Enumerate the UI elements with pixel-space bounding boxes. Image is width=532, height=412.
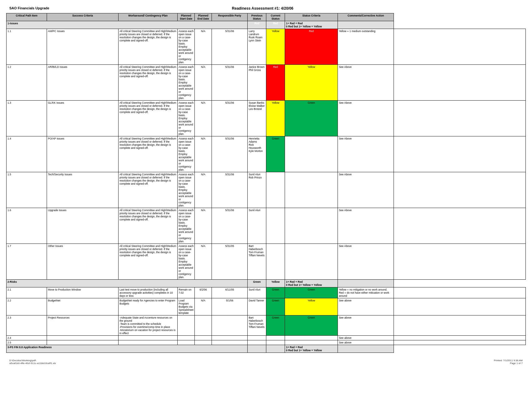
- item-start: N/A: [195, 65, 212, 101]
- item-critical: Project Resources: [47, 315, 119, 336]
- table-row: 2.2BudgetNetBudgetNet ready for Agencies…: [7, 298, 526, 315]
- item-success: All critical Steering Committee and High…: [119, 65, 178, 101]
- item-num: 1.3: [7, 101, 47, 136]
- item-start: 6/2/06: [195, 287, 212, 298]
- page-header: SAO Financials Upgrade Readiness Assessm…: [6, 6, 526, 11]
- section-curr-status: Yellow: [266, 280, 285, 287]
- item-workaround: [178, 336, 195, 340]
- col-end-date: Planned End Date: [195, 13, 212, 21]
- table-row: 1.1AM/PC IssuesAll critical Steering Com…: [7, 29, 526, 65]
- item-critical: Move to Production Window: [47, 287, 119, 298]
- footer-left: D:\Docstoc\Working\pdf\ a5caf1b0-4ffe-40…: [9, 359, 56, 365]
- item-prev-status: Yellow: [266, 29, 285, 65]
- item-success: All critical Steering Committee and High…: [119, 29, 178, 65]
- item-end: 6/11/05: [212, 287, 248, 298]
- section-comments: [338, 21, 394, 29]
- item-num: 1.5: [7, 172, 47, 208]
- item-curr-status: [285, 244, 338, 280]
- item-responsible: [248, 340, 266, 345]
- table-row: 1.3GL/KK IssuesAll critical Steering Com…: [7, 101, 526, 136]
- item-workaround: Assess each open issue on a case-by-case…: [178, 208, 195, 244]
- item-end: 5/31/06: [212, 29, 248, 65]
- section-comments: [338, 280, 394, 287]
- item-start: N/A: [195, 172, 212, 208]
- section-label: 2-Risks: [7, 280, 248, 287]
- table-row: 2.4See above: [7, 336, 526, 340]
- item-curr-status: Green: [285, 287, 338, 298]
- section-status-criteria: 1+ Red = Red 0 Red but 1+ Yellow = Yello…: [285, 280, 338, 287]
- item-end: 5/31/06: [212, 101, 248, 136]
- col-critical-path: Critical Path Item: [7, 13, 47, 21]
- item-critical: AR/BI/LD Issues: [47, 65, 119, 101]
- item-workaround: Assess each open issue on a case-by-case…: [178, 29, 195, 65]
- table-row: 2.3Project Resources-Adequate State and …: [7, 315, 526, 336]
- item-prev-status: Yellow: [266, 101, 285, 136]
- item-responsible: Bart Haberbosch Tom Fruman Tiffani Nevel…: [248, 315, 266, 336]
- org-title: SAO Financials Upgrade: [9, 6, 49, 10]
- item-success: All critical Steering Committee and High…: [119, 172, 178, 208]
- item-responsible: [248, 336, 266, 340]
- page-footer: D:\Docstoc\Working\pdf\ a5caf1b0-4ffe-40…: [6, 359, 526, 365]
- item-num: 1.7: [7, 244, 47, 280]
- item-success: [119, 336, 178, 340]
- item-start: [195, 340, 212, 345]
- section-row: 2-RisksGreenYellow1+ Red = Red 0 Red but…: [7, 280, 526, 287]
- item-status-criteria: Yellow = no mitigation or no work around…: [338, 287, 394, 298]
- item-end: 5/31/05: [212, 244, 248, 280]
- page-title: Readiness Assessment #1: 4/20/06: [49, 6, 476, 11]
- item-responsible: Susan Banks Eloise Walker Les Brotzel: [248, 101, 266, 136]
- item-num: 1.1: [7, 29, 47, 65]
- item-workaround: Assess each open issue on a case-by-case…: [178, 101, 195, 136]
- item-status-criteria: See Above: [338, 136, 394, 172]
- item-status-criteria: See above: [338, 315, 394, 336]
- item-end: 5/31/06: [212, 172, 248, 208]
- item-comments: [394, 136, 526, 172]
- column-headers: Critical Path Item Success Criteria Work…: [7, 13, 526, 21]
- item-success: All critical Steering Committee and High…: [119, 244, 178, 280]
- item-success: All critical Steering Committee and High…: [119, 101, 178, 136]
- item-success: BudgetNet ready for Agencies to enter Pr…: [119, 298, 178, 315]
- item-critical: Tech/Security Issues: [47, 172, 119, 208]
- item-responsible: Sunil Aluri Rob Prinzo: [248, 172, 266, 208]
- item-prev-status: Green: [266, 136, 285, 172]
- item-comments: [394, 172, 526, 208]
- col-prev-status: Previous Status: [248, 13, 266, 21]
- item-start: N/A: [195, 136, 212, 172]
- table-row: 1.2AR/BI/LD IssuesAll critical Steering …: [7, 65, 526, 101]
- item-success: All critical Steering Committee and High…: [119, 208, 178, 244]
- item-comments: [394, 336, 526, 340]
- item-workaround: Load Program Budgets via Spreadsheet tem…: [178, 298, 195, 315]
- section-prev-status: Red: [248, 21, 266, 29]
- item-workaround: Remain on 7.02: [178, 287, 195, 298]
- item-curr-status: [285, 172, 338, 208]
- item-responsible: Larry Landrum Rusk Roam Lynn Stein: [248, 29, 266, 65]
- item-curr-status: Green: [285, 315, 338, 336]
- section-curr-status: Red: [266, 21, 285, 29]
- item-status-criteria: See Above: [338, 65, 394, 101]
- item-workaround: Assess each open issue on a case-by-case…: [178, 172, 195, 208]
- table-row: 2.1Move to Production WindowLast test mo…: [7, 287, 526, 298]
- item-status-criteria: See Above: [338, 208, 394, 244]
- item-num: 2.4: [7, 336, 47, 340]
- item-end: 5/31/06: [212, 208, 248, 244]
- item-status-criteria: See Above: [338, 172, 394, 208]
- item-status-criteria: See above: [338, 298, 394, 315]
- item-comments: [394, 65, 526, 101]
- item-workaround: Assess each open issue on a case-by-case…: [178, 65, 195, 101]
- col-responsible: Responsible Party: [212, 13, 248, 21]
- item-responsible: Janice Brown Phil Gross: [248, 65, 266, 101]
- section-row: 1-IssuesRedRed1+ Red = Red 0 Red but 1+ …: [7, 21, 526, 29]
- item-curr-status: [285, 208, 338, 244]
- col-status-criteria: Status Criteria: [285, 13, 338, 21]
- section-comments: [338, 345, 394, 353]
- item-num: 2.1: [7, 287, 47, 298]
- item-prev-status: Green: [266, 298, 285, 315]
- item-end: [212, 340, 248, 345]
- item-start: N/A: [195, 298, 212, 315]
- item-critical: GL/KK Issues: [47, 101, 119, 136]
- section-prev-status: Green: [248, 280, 266, 287]
- item-comments: [394, 208, 526, 244]
- col-workaround: Workaround/ Contingency Plan: [119, 13, 178, 21]
- item-start: N/A: [195, 244, 212, 280]
- item-curr-status: [285, 340, 338, 345]
